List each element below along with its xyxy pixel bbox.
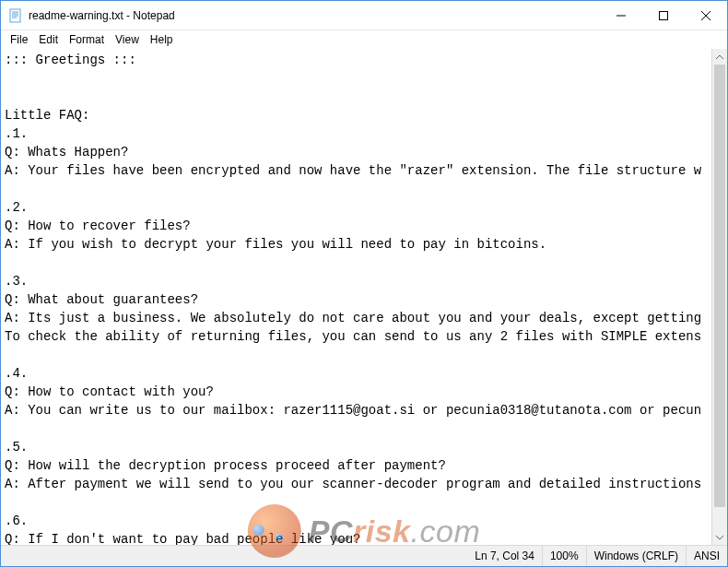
editor-area: ::: Greetings ::: Little FAQ: .1. Q: Wha… bbox=[1, 49, 727, 545]
close-icon bbox=[701, 11, 710, 20]
titlebar[interactable]: readme-warning.txt - Notepad bbox=[1, 1, 727, 30]
minimize-icon bbox=[616, 11, 626, 20]
menu-edit[interactable]: Edit bbox=[33, 31, 64, 48]
status-line-ending: Windows (CRLF) bbox=[587, 546, 687, 566]
window-title: readme-warning.txt - Notepad bbox=[29, 9, 600, 22]
maximize-icon bbox=[659, 11, 668, 20]
line: A: If you wish to decrypt your files you… bbox=[5, 237, 546, 252]
line: Q: How will the decryption process proce… bbox=[5, 458, 446, 473]
status-zoom: 100% bbox=[543, 546, 587, 566]
window-controls bbox=[600, 1, 727, 30]
line: Q: What about guarantees? bbox=[5, 292, 198, 307]
line: A: Its just a business. We absolutely do… bbox=[5, 311, 701, 325]
line: .2. bbox=[5, 200, 28, 215]
line: .4. bbox=[5, 366, 28, 381]
notepad-window: readme-warning.txt - Notepad File Edit F… bbox=[0, 0, 728, 567]
close-button[interactable] bbox=[685, 1, 727, 30]
line: .1. bbox=[5, 126, 28, 141]
line: .5. bbox=[5, 440, 28, 455]
line: A: You can write us to our mailbox: raze… bbox=[5, 403, 701, 418]
menu-help[interactable]: Help bbox=[145, 31, 179, 48]
line: A: After payment we will send to you our… bbox=[5, 477, 701, 491]
line: .3. bbox=[5, 274, 28, 289]
status-encoding: ANSI bbox=[687, 546, 727, 566]
line: Little FAQ: bbox=[5, 108, 89, 123]
scroll-down-button[interactable] bbox=[712, 529, 727, 545]
line: To check the ability of returning files,… bbox=[5, 329, 701, 344]
chevron-down-icon bbox=[716, 536, 723, 539]
notepad-icon bbox=[8, 8, 23, 23]
scroll-thumb[interactable] bbox=[714, 65, 725, 507]
vertical-scrollbar[interactable] bbox=[711, 49, 727, 545]
line: ::: Greetings ::: bbox=[5, 53, 136, 67]
scroll-track[interactable] bbox=[712, 65, 727, 529]
scroll-up-button[interactable] bbox=[712, 49, 727, 65]
line: Q: Whats Happen? bbox=[5, 145, 128, 159]
maximize-button[interactable] bbox=[642, 1, 685, 30]
menu-file[interactable]: File bbox=[5, 31, 33, 48]
line: .6. bbox=[5, 514, 28, 528]
statusbar: Ln 7, Col 34 100% Windows (CRLF) ANSI bbox=[1, 545, 727, 566]
menu-format[interactable]: Format bbox=[64, 31, 110, 48]
menubar: File Edit Format View Help bbox=[1, 30, 727, 49]
menu-view[interactable]: View bbox=[110, 31, 145, 48]
svg-rect-6 bbox=[660, 12, 668, 20]
text-editor[interactable]: ::: Greetings ::: Little FAQ: .1. Q: Wha… bbox=[1, 49, 711, 545]
line: A: Your files have been encrypted and no… bbox=[5, 163, 701, 178]
status-position: Ln 7, Col 34 bbox=[467, 546, 543, 566]
chevron-up-icon bbox=[716, 55, 723, 59]
minimize-button[interactable] bbox=[600, 1, 642, 30]
line: Q: If I don't want to pay bad people lik… bbox=[5, 532, 360, 545]
line: Q: How to recover files? bbox=[5, 219, 191, 233]
line: Q: How to contact with you? bbox=[5, 384, 214, 399]
